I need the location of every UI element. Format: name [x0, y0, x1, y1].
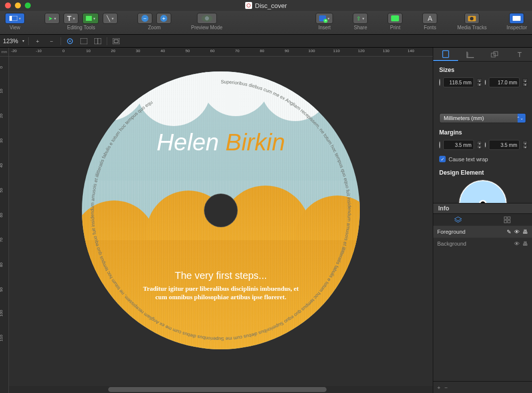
svg-rect-16 — [508, 220, 510, 223]
remove-layer[interactable]: − — [444, 385, 447, 391]
disc-hole — [204, 194, 237, 227]
outer-size-input[interactable] — [443, 77, 474, 87]
canvas-mode-1[interactable] — [79, 36, 89, 46]
media-label: Media Tracks — [457, 25, 486, 30]
select-tool[interactable]: ➤▾ — [45, 13, 60, 24]
design-preview — [459, 180, 507, 203]
canvas-mode-2[interactable] — [93, 36, 103, 46]
svg-rect-10 — [443, 51, 449, 58]
ruler-unit: mm — [0, 48, 9, 57]
insert-icon: + — [319, 15, 326, 21]
svg-rect-1 — [9, 16, 12, 21]
media-button[interactable] — [465, 13, 479, 24]
disc-subhead[interactable]: The very first steps... — [82, 270, 360, 281]
preview-label: Preview Mode — [191, 25, 222, 30]
document-title: Disc_cover — [255, 2, 287, 9]
print-layer-icon[interactable]: 🖶 — [523, 229, 528, 235]
svg-rect-8 — [114, 40, 118, 43]
disc-heading[interactable]: Helen Birkin — [82, 129, 360, 156]
line-tool[interactable]: ╲▾ — [103, 13, 118, 24]
sub-toolbar: 123%▾ + − — [0, 35, 532, 48]
tab-arrange[interactable] — [483, 48, 508, 61]
svg-point-3 — [69, 40, 70, 42]
ruler-horizontal: -20-100102030405060708090100110120130140 — [9, 48, 433, 57]
edit-icon[interactable]: ✎ — [507, 229, 511, 235]
inspector-button[interactable] — [509, 13, 524, 24]
horizontal-scrollbar[interactable] — [9, 386, 433, 393]
fonts-label: Fonts — [424, 25, 436, 30]
insert-label: Insert — [318, 25, 331, 30]
foreground-layer[interactable]: Foreground ✎ 👁 🖶 — [433, 226, 532, 238]
document-icon — [245, 2, 252, 9]
outer-diameter-icon — [439, 79, 440, 86]
view-label: View — [9, 25, 20, 30]
tab-text[interactable]: T — [507, 48, 532, 61]
background-layer[interactable]: Background 👁 🖶 — [433, 238, 532, 250]
svg-rect-15 — [504, 220, 507, 223]
rect-icon — [86, 16, 92, 21]
zoom-value[interactable]: 123% — [3, 38, 18, 45]
print-button[interactable] — [388, 13, 402, 24]
eye-icon — [201, 15, 212, 22]
units-select[interactable]: Millimeters (mm)⌃⌄ — [439, 113, 526, 123]
fonts-icon: A — [428, 14, 432, 22]
insert-button[interactable]: +▾ — [316, 13, 333, 24]
view-button[interactable]: ▾ — [5, 13, 25, 24]
canvas-area[interactable]: mm -20-100102030405060708090100110120130… — [0, 48, 433, 393]
inner-margin-icon — [485, 142, 486, 147]
disc-body[interactable]: Traditur igitur puer liberalibus discipl… — [141, 285, 300, 302]
inner-stepper[interactable]: ▴▾ — [523, 78, 528, 86]
inner-margin-input[interactable] — [489, 140, 520, 150]
inner-margin-stepper[interactable]: ▴▾ — [523, 141, 528, 149]
outer-margin-icon — [439, 141, 440, 148]
design-heading: Design Element — [439, 169, 526, 176]
outer-stepper[interactable]: ▴▾ — [477, 78, 482, 86]
disc-design[interactable]: Superioribus diebus cum me ex Angliam re… — [82, 71, 360, 349]
shape-tool[interactable]: ▾ — [82, 13, 99, 24]
canvas-mode-3[interactable] — [111, 36, 121, 46]
fonts-button[interactable]: A — [422, 13, 437, 24]
zoom-out[interactable]: − — [137, 13, 152, 24]
tab-metrics[interactable] — [458, 48, 483, 61]
svg-rect-11 — [491, 53, 495, 57]
inner-diameter-icon — [485, 80, 486, 85]
print-label: Print — [390, 25, 400, 30]
print-icon — [391, 15, 399, 21]
text-tool[interactable]: T▾ — [64, 13, 78, 24]
share-button[interactable]: ⇪▾ — [353, 13, 368, 24]
svg-rect-13 — [504, 217, 507, 219]
svg-rect-4 — [80, 38, 87, 44]
preview-button[interactable] — [197, 13, 217, 24]
svg-rect-12 — [494, 52, 498, 56]
print-layer-icon[interactable]: 🖶 — [523, 241, 528, 247]
info-heading: Info — [433, 203, 532, 214]
editing-label: Editing Tools — [67, 25, 95, 30]
share-icon: ⇪ — [356, 15, 361, 22]
grid-tab[interactable] — [483, 214, 532, 226]
layers-tab[interactable] — [433, 214, 483, 226]
zoom-in-icon: + — [160, 15, 167, 22]
margins-heading: Margins — [439, 129, 526, 136]
tab-document[interactable] — [433, 48, 458, 61]
outer-margin-stepper[interactable]: ▴▾ — [477, 141, 482, 149]
zoom-label: Zoom — [148, 25, 161, 30]
visibility-icon[interactable]: 👁 — [514, 241, 520, 247]
svg-rect-7 — [113, 38, 120, 44]
add-page[interactable]: + — [33, 36, 43, 46]
toolbar: ▾ View ➤▾ T▾ ▾ ╲▾ Editing Tools − + Zoom… — [0, 11, 532, 35]
ruler-vertical: 0102030405060708090100110 — [0, 57, 9, 393]
target-tool[interactable] — [65, 36, 75, 46]
text-icon: T — [67, 14, 71, 22]
line-icon: ╲ — [107, 15, 110, 22]
zoom-out-icon: − — [141, 15, 148, 22]
inner-size-input[interactable] — [489, 77, 520, 87]
camera-icon — [468, 16, 476, 21]
view-icon — [9, 16, 17, 21]
remove-page[interactable]: − — [47, 36, 57, 46]
zoom-in[interactable]: + — [156, 13, 171, 24]
visibility-icon[interactable]: 👁 — [514, 229, 520, 235]
wrap-checkbox[interactable]: ✓Cause text wrap — [439, 156, 526, 162]
add-layer[interactable]: + — [437, 385, 440, 391]
outer-margin-input[interactable] — [443, 140, 474, 150]
share-label: Share — [354, 25, 367, 30]
